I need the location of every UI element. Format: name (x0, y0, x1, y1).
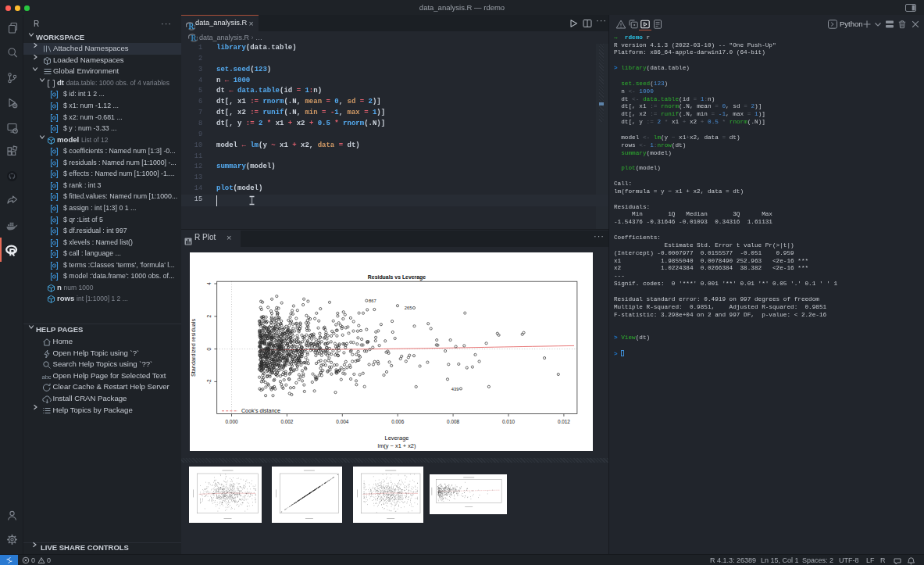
svg-text:0.006: 0.006 (391, 419, 404, 424)
svg-text:265: 265 (405, 306, 412, 310)
svg-text:R: R (188, 23, 194, 30)
svg-text:0.010: 0.010 (502, 419, 515, 424)
svg-text:Cook's distance: Cook's distance (241, 408, 280, 414)
svg-text:lm(y ~ x1 + x2): lm(y ~ x1 + x2) (378, 442, 416, 449)
svg-text:4: 4 (206, 282, 212, 285)
svg-text:2: 2 (206, 315, 212, 318)
svg-text:867: 867 (369, 299, 376, 303)
svg-text:0: 0 (206, 347, 212, 350)
svg-text:abc: abc (42, 374, 52, 381)
svg-text:0.012: 0.012 (558, 419, 570, 424)
svg-text:0.002: 0.002 (280, 419, 293, 424)
svg-text:Leverage: Leverage (385, 434, 409, 442)
svg-text:439: 439 (451, 387, 459, 392)
svg-text:Residuals vs Leverage: Residuals vs Leverage (368, 274, 426, 281)
svg-text:0.004: 0.004 (336, 419, 348, 424)
svg-text:R: R (191, 34, 196, 42)
svg-text:-2: -2 (206, 379, 212, 384)
svg-text:0.000: 0.000 (226, 419, 238, 424)
svg-text:Standardized residuals: Standardized residuals (190, 319, 197, 377)
svg-text:0.008: 0.008 (447, 419, 459, 424)
